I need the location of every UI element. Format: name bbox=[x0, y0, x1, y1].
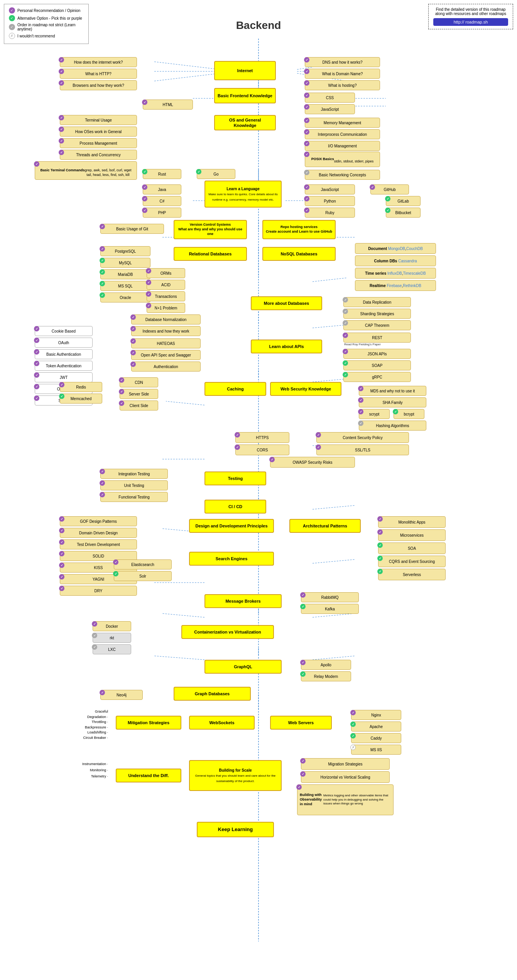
node-testing: Testing bbox=[204, 471, 266, 485]
check-docker: ✓ bbox=[92, 621, 97, 627]
legend-item-white: ✗ I wouldn't recommend bbox=[9, 33, 84, 39]
node-graphql: GraphQL bbox=[204, 660, 282, 674]
check-terminal-commands: ✓ bbox=[34, 161, 39, 167]
check-n1: ✓ bbox=[146, 303, 151, 308]
node-scrypt: scrypt bbox=[359, 409, 390, 419]
check-solid: ✓ bbox=[59, 551, 64, 556]
node-observability: Building with Observability in mind Metr… bbox=[297, 784, 394, 815]
check-html: ✓ bbox=[142, 100, 147, 105]
check-ssltls: ✓ bbox=[316, 444, 321, 450]
node-docker: Docker bbox=[93, 621, 131, 631]
check-redis: ✓ bbox=[59, 382, 64, 387]
node-oauth: OAuth bbox=[35, 338, 93, 348]
node-document-db: Document MongoDB, CouchDB bbox=[355, 243, 436, 254]
node-mitigation: Mitigation Strategies bbox=[116, 716, 181, 730]
node-how-os: How OSes work in General bbox=[60, 127, 137, 137]
node-postgresql: PostgreSQL bbox=[100, 246, 150, 256]
check-saml: ✓ bbox=[34, 395, 39, 401]
node-client-side: Client Side bbox=[120, 400, 158, 411]
observability-items: Instrumentation ·Monitoring ·Telemetry · bbox=[31, 761, 108, 780]
check-memory: ✓ bbox=[304, 118, 309, 123]
check-git-basic: ✓ bbox=[100, 224, 105, 229]
check-orms: ✓ bbox=[146, 268, 151, 274]
node-kafka: Kafka bbox=[301, 604, 359, 614]
svg-line-37 bbox=[313, 613, 355, 617]
legend-item-green: ✓ Alternative Option - Pick this or purp… bbox=[9, 15, 84, 21]
node-mssql: MS SQL bbox=[100, 281, 150, 291]
node-timeseries-db: Time series InfluxDB, TimescaleDB bbox=[355, 268, 436, 279]
check-cdn: ✓ bbox=[119, 377, 124, 383]
svg-line-39 bbox=[154, 656, 204, 660]
check-apollo: ✓ bbox=[300, 660, 306, 665]
check-basic-auth: ✓ bbox=[34, 349, 39, 355]
check-observability: ✓ bbox=[296, 784, 302, 790]
node-javascript-fe: JavaScript bbox=[305, 104, 355, 114]
check-posix: ✓ bbox=[304, 152, 309, 157]
node-db-normalization: Database Normalization bbox=[131, 314, 201, 324]
check-domain: ✓ bbox=[304, 69, 309, 74]
node-rest: REST bbox=[343, 333, 411, 343]
node-terminal-commands: Basic Terminal Commandsgrep, awk, sed, l… bbox=[35, 161, 137, 180]
node-design-principles: Design and Development Principles bbox=[189, 519, 274, 533]
node-nosql-db: NoSQL Databases bbox=[262, 247, 336, 261]
check-auth-api: ✓ bbox=[130, 362, 136, 367]
green-check-icon: ✓ bbox=[9, 15, 15, 21]
node-graph-db: Graph Databases bbox=[174, 687, 251, 701]
node-acid: ACID bbox=[147, 280, 185, 290]
node-dry: DRY bbox=[60, 586, 137, 596]
node-how-internet: How does the internet work? bbox=[60, 57, 137, 67]
node-apollo: Apollo bbox=[301, 660, 351, 670]
node-keep-learning: Keep Learning bbox=[197, 822, 274, 837]
node-mariadb: MariaDB bbox=[100, 269, 150, 279]
check-jwt: ✓ bbox=[34, 372, 39, 378]
node-sharding: Sharding Strategies bbox=[343, 309, 411, 319]
node-oracle: Oracle bbox=[100, 292, 150, 302]
check-csharp: ✓ bbox=[142, 196, 147, 201]
node-lxc: LXC bbox=[93, 644, 131, 654]
check-yagni: ✓ bbox=[59, 574, 64, 580]
check-cqrs: ✓ bbox=[377, 556, 383, 561]
check-tdd: ✓ bbox=[59, 539, 64, 545]
node-cookie-based: Cookie Based bbox=[35, 326, 93, 336]
check-what-http: ✓ bbox=[59, 69, 64, 74]
check-scaling: ✓ bbox=[300, 771, 306, 777]
check-openapi: ✓ bbox=[130, 350, 136, 355]
node-data-replication: Data Replication bbox=[343, 297, 411, 307]
node-go: Go bbox=[197, 169, 235, 179]
node-cicd: CI / CD bbox=[204, 500, 266, 514]
node-relational-db: Relational Databases bbox=[174, 247, 247, 261]
check-owasp: ✓ bbox=[269, 457, 275, 462]
check-js-fe: ✓ bbox=[304, 104, 309, 110]
node-hosting: What is hosting? bbox=[305, 80, 380, 90]
node-ruby: Ruby bbox=[305, 208, 355, 218]
check-networking: ✓ bbox=[304, 170, 309, 175]
purple-check-icon: ✓ bbox=[9, 7, 15, 14]
check-ruby: ✓ bbox=[304, 208, 309, 213]
node-neo4j: Neo4j bbox=[100, 690, 143, 700]
node-column-db: Column DBs Cassandra bbox=[355, 255, 436, 266]
node-more-databases: More about Databases bbox=[251, 296, 322, 310]
check-kafka: ✓ bbox=[300, 604, 306, 609]
check-mysql: ✓ bbox=[100, 258, 105, 263]
check-js-lang: ✓ bbox=[304, 184, 309, 190]
check-sha: ✓ bbox=[358, 397, 363, 403]
check-kiss: ✓ bbox=[59, 563, 64, 568]
node-csp: Content Security Policy bbox=[316, 432, 409, 443]
node-networking-concepts: Basic Networking Concepts bbox=[305, 170, 380, 180]
node-what-http: What is HTTP? bbox=[60, 69, 137, 79]
check-dry: ✓ bbox=[59, 586, 64, 591]
roadmap-link[interactable]: http:// roadmap.sh bbox=[433, 18, 508, 26]
legend-text-white: I wouldn't recommend bbox=[17, 34, 55, 38]
check-neo4j: ✓ bbox=[100, 690, 105, 695]
check-relay: ✓ bbox=[300, 671, 306, 677]
check-hashing: ✓ bbox=[358, 421, 363, 426]
mitigation-items: GracefulDegradation ·Throttling ·Backpre… bbox=[31, 709, 108, 740]
rest-description: Read Roy Fielding's Paper bbox=[344, 343, 410, 346]
check-lxc: ✓ bbox=[92, 644, 97, 650]
info-text: Find the detailed version of this roadma… bbox=[435, 7, 506, 16]
check-monolithic: ✓ bbox=[377, 516, 383, 522]
svg-line-3 bbox=[154, 73, 220, 81]
node-md5: MD5 and why not to use it bbox=[359, 386, 426, 396]
check-soap: ✓ bbox=[343, 360, 348, 366]
check-mssql: ✓ bbox=[100, 281, 105, 286]
